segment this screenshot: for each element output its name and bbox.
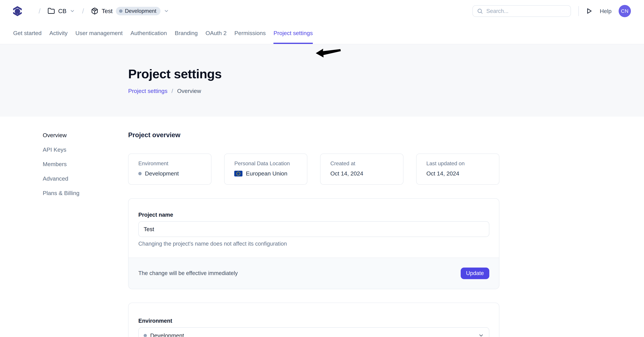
breadcrumb-separator: / (39, 7, 40, 15)
footer-note: The change will be effective immediately (138, 270, 238, 276)
play-icon (586, 7, 593, 15)
section-title: Project overview (128, 131, 499, 139)
quickstart-button[interactable] (586, 7, 593, 15)
org-name: CB (58, 8, 66, 14)
tab-activity[interactable]: Activity (50, 22, 68, 44)
sidebar-item-api-keys[interactable]: API Keys (43, 146, 128, 153)
main-panel: Project overview Environment Development… (128, 131, 499, 337)
chevron-down-icon (70, 8, 75, 14)
info-card-created-at: Created at Oct 14, 2024 (320, 154, 404, 185)
info-card-value: Oct 14, 2024 (330, 170, 363, 177)
project-name-card-footer: The change will be effective immediately… (128, 258, 499, 289)
tab-permissions[interactable]: Permissions (234, 22, 266, 44)
status-dot-icon (119, 9, 122, 12)
chevron-down-icon (164, 8, 169, 14)
info-card-value: Development (145, 170, 179, 177)
primary-tabs: Get started Activity User management Aut… (0, 22, 644, 44)
info-card-value: European Union (246, 170, 288, 177)
package-icon (91, 7, 98, 15)
info-card-label: Last updated on (426, 160, 489, 167)
help-link[interactable]: Help (600, 8, 612, 14)
search-icon (477, 8, 483, 14)
sidebar-item-overview[interactable]: Overview (43, 131, 128, 139)
tab-project-settings[interactable]: Project settings (274, 22, 313, 44)
info-card-label: Environment (138, 160, 201, 167)
header-actions: Help CN (472, 5, 631, 17)
project-name: Test (102, 8, 112, 14)
project-name-input[interactable] (138, 221, 489, 237)
environment-badge: Development (116, 7, 160, 15)
breadcrumb-separator: / (82, 7, 84, 15)
info-card-data-location: Personal Data Location (224, 154, 308, 185)
status-dot-icon (144, 334, 147, 337)
environment-select[interactable]: Development (138, 327, 489, 337)
sidebar-item-plans-billing[interactable]: Plans & Billing (43, 189, 128, 197)
search-input[interactable] (486, 8, 566, 14)
environment-select-value: Development (150, 332, 184, 337)
sidebar-item-label: Members (43, 161, 67, 167)
info-card-value: Oct 14, 2024 (426, 170, 459, 177)
app-root: / CB / (0, 0, 644, 337)
project-name-hint: Changing the project's name does not aff… (138, 241, 489, 247)
header-divider (578, 6, 579, 16)
breadcrumb-link[interactable]: Project settings (128, 88, 168, 94)
sidebar-item-label: Plans & Billing (43, 190, 80, 196)
environment-label: Environment (138, 318, 489, 324)
info-cards: Environment Development Personal Data Lo… (128, 154, 499, 185)
header-breadcrumb: / CB / (13, 5, 169, 17)
info-card-last-updated: Last updated on Oct 14, 2024 (416, 154, 500, 185)
tab-branding[interactable]: Branding (175, 22, 198, 44)
status-dot-icon (138, 172, 142, 175)
chevron-down-icon (478, 333, 484, 337)
tab-oauth-2[interactable]: OAuth 2 (206, 22, 226, 44)
tab-authentication[interactable]: Authentication (130, 22, 167, 44)
page-title: Project settings (128, 66, 644, 81)
project-name-card: Project name Changing the project's name… (128, 198, 499, 289)
tab-get-started[interactable]: Get started (13, 22, 42, 44)
info-card-environment: Environment Development (128, 154, 212, 185)
sidebar-item-label: API Keys (43, 146, 66, 153)
avatar[interactable]: CN (618, 5, 631, 17)
sidebar-item-advanced[interactable]: Advanced (43, 175, 128, 182)
sidebar-item-members[interactable]: Members (43, 160, 128, 168)
content-area: Overview API Keys Members Advanced Plans… (0, 117, 644, 337)
eu-flag-icon (234, 171, 242, 177)
breadcrumb-separator: / (172, 88, 173, 94)
sidebar-item-label: Overview (43, 132, 67, 138)
info-card-label: Created at (330, 160, 393, 167)
environment-badge-label: Development (125, 8, 156, 14)
tab-user-management[interactable]: User management (75, 22, 123, 44)
project-name-label: Project name (138, 212, 489, 218)
settings-sidenav: Overview API Keys Members Advanced Plans… (43, 131, 128, 337)
update-button[interactable]: Update (461, 268, 489, 279)
sidebar-item-label: Advanced (43, 175, 68, 182)
app-logo-icon[interactable] (13, 5, 22, 17)
environment-card: Environment Development (128, 303, 499, 337)
top-header: / CB / (0, 0, 644, 22)
project-switcher[interactable]: Test Development (91, 7, 169, 15)
org-switcher[interactable]: CB (48, 7, 75, 15)
breadcrumb-current: Overview (177, 88, 201, 94)
info-card-label: Personal Data Location (234, 160, 297, 167)
breadcrumb: Project settings / Overview (128, 88, 644, 94)
folder-icon (48, 7, 55, 15)
search-box[interactable] (472, 5, 571, 17)
page-hero: Project settings Project settings / Over… (0, 44, 644, 116)
